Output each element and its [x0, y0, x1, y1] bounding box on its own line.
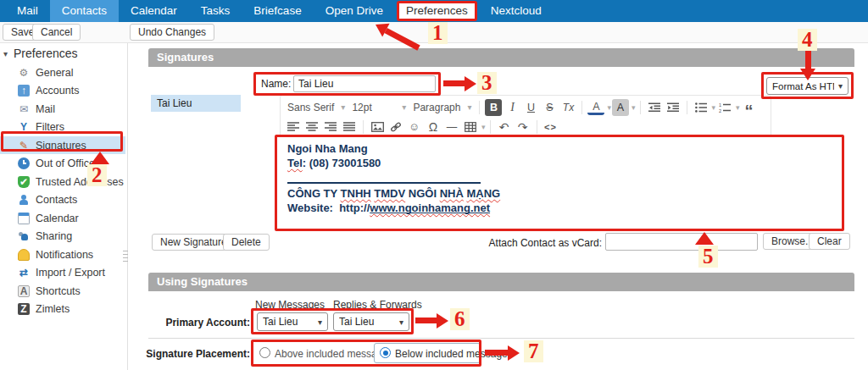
align-left-button[interactable] — [285, 119, 302, 135]
tab-open-drive[interactable]: Open Drive — [314, 0, 395, 22]
chevron-down-icon[interactable]: ▾ — [736, 103, 740, 112]
undo-changes-button[interactable]: Undo Changes — [130, 24, 214, 41]
outdent-button[interactable] — [646, 99, 663, 116]
bullet-list-button[interactable] — [693, 99, 709, 116]
sidebar-item-mail[interactable]: ✉Mail — [0, 100, 125, 118]
font-color-button[interactable]: A — [587, 102, 604, 115]
chevron-down-icon[interactable]: ▾ — [632, 103, 636, 112]
sidebar-resize-grip[interactable] — [123, 251, 128, 264]
sidebar-item-sharing[interactable]: Sharing — [0, 227, 125, 245]
delete-signature-button[interactable]: Delete — [223, 234, 270, 251]
accounts-icon: ↑ — [18, 85, 30, 97]
toolbar-separator — [581, 101, 582, 114]
editor-toolbar: Sans Serif▾ 12pt▾ Paragraph▾ B I U S Tx … — [280, 95, 771, 139]
annotation-number-4: 4 — [798, 29, 817, 51]
chevron-down-icon: ▾ — [399, 318, 403, 327]
annotation-number-2: 2 — [87, 164, 107, 186]
annotation-arrow-7-head — [508, 345, 520, 361]
source-code-button[interactable]: <> — [542, 119, 559, 135]
undo-button[interactable]: ↶ — [496, 119, 513, 135]
envelope-icon: ✉ — [18, 103, 30, 115]
sidebar-item-accounts[interactable]: ↑Accounts — [0, 81, 125, 99]
chevron-down-icon[interactable]: ▾ — [712, 103, 716, 112]
indent-icon — [667, 102, 679, 113]
sidebar-item-contacts[interactable]: Contacts — [0, 191, 125, 208]
annotation-number-7: 7 — [524, 340, 543, 362]
sidebar-item-zimlets[interactable]: ZZimlets — [0, 300, 125, 318]
people-icon — [18, 230, 30, 242]
cancel-button[interactable]: Cancel — [32, 24, 81, 41]
tree-collapse-icon[interactable]: ▾ — [3, 49, 8, 58]
signature-list-item[interactable]: Tai Lieu — [151, 95, 241, 112]
sidebar-item-general[interactable]: ⚙General — [0, 64, 125, 81]
sidebar-item-trusted-addresses[interactable]: ✔Trusted Addresses — [0, 173, 125, 191]
tab-contacts[interactable]: Contacts — [50, 0, 119, 22]
sidebar-item-filters[interactable]: YFilters — [0, 118, 125, 135]
highlight-color-button[interactable]: A — [612, 99, 629, 116]
misspelled-word: MẠNG — [466, 187, 500, 200]
redo-button[interactable]: ↷ — [515, 119, 531, 135]
tab-tasks[interactable]: Tasks — [189, 0, 242, 22]
sidebar-root-preferences[interactable]: ▾ Preferences — [3, 47, 78, 60]
clear-button[interactable]: Clear — [809, 233, 850, 250]
signature-line-1: Ngoi Nha Mang — [287, 141, 832, 156]
align-center-button[interactable] — [303, 119, 320, 135]
signature-name-input[interactable] — [293, 75, 436, 92]
chevron-down-icon[interactable]: ▾ — [607, 103, 611, 112]
clear-formatting-button[interactable]: Tx — [559, 99, 576, 116]
sidebar-item-shortcuts[interactable]: AShortcuts — [0, 282, 125, 300]
toolbar-row-2: ☺ Ω — ▾ ↶ ↷ <> — [284, 117, 767, 136]
italic-button[interactable]: I — [504, 99, 520, 116]
numbered-list-button[interactable]: 12 — [716, 99, 733, 116]
vcard-input[interactable] — [605, 233, 758, 251]
insert-table-button[interactable] — [462, 119, 479, 135]
align-right-button[interactable] — [322, 119, 339, 135]
sidebar-item-import-export[interactable]: ⇄Import / Export — [0, 263, 125, 281]
sidebar-root-label: Preferences — [14, 47, 77, 60]
align-justify-button[interactable] — [341, 119, 358, 135]
tab-nextcloud[interactable]: Nextcloud — [479, 0, 554, 22]
image-icon — [371, 122, 384, 132]
font-size-dropdown[interactable]: 12pt▾ — [348, 99, 409, 116]
insert-emoji-button[interactable]: ☺ — [406, 119, 423, 135]
table-icon — [465, 122, 476, 132]
replies-forwards-signature-dropdown[interactable]: Tai Lieu ▾ — [333, 312, 409, 331]
indent-button[interactable] — [665, 99, 682, 116]
strikethrough-button[interactable]: S — [541, 99, 558, 116]
toolbar-separator — [640, 101, 641, 114]
annotation-arrow-4-head — [800, 69, 815, 80]
annotation-arrow-3-head — [465, 76, 476, 91]
toolbar-separator — [479, 101, 480, 114]
new-messages-signature-dropdown[interactable]: Tai Lieu ▾ — [257, 312, 328, 331]
above-included-radio[interactable] — [259, 347, 270, 358]
font-family-dropdown[interactable]: Sans Serif▾ — [284, 99, 348, 116]
primary-account-label: Primary Account: — [131, 317, 250, 329]
preferences-sidebar: ▾ Preferences ⚙General ↑Accounts ✉Mail Y… — [0, 43, 127, 370]
insert-link-button[interactable] — [387, 119, 404, 135]
dropdown-value: Tai Lieu — [263, 316, 314, 328]
tab-mail[interactable]: Mail — [5, 0, 50, 22]
align-center-icon — [306, 122, 318, 132]
link-icon — [390, 122, 402, 132]
underline-button[interactable]: U — [522, 99, 539, 116]
sidebar-item-notifications[interactable]: Notifications — [0, 246, 125, 263]
paragraph-style-dropdown[interactable]: Paragraph▾ — [409, 99, 475, 116]
insert-image-button[interactable] — [369, 119, 386, 135]
horizontal-rule-button[interactable]: — — [443, 119, 460, 135]
signature-editor-body[interactable]: Ngoi Nha Mang Tel: (08) 73001580 CÔNG TY… — [277, 137, 842, 229]
name-label: Name: — [261, 78, 291, 90]
import-export-icon: ⇄ — [18, 267, 30, 279]
tab-calendar[interactable]: Calendar — [119, 0, 189, 22]
chevron-down-icon[interactable]: ▾ — [481, 123, 486, 131]
blockquote-button[interactable]: “ — [741, 99, 758, 116]
annotation-number-6: 6 — [450, 308, 470, 330]
bold-button[interactable]: B — [485, 99, 502, 116]
misspelled-word: TNHH — [341, 187, 371, 200]
signature-url: www.ngoinhamang.net — [370, 202, 490, 214]
clock-icon — [18, 157, 30, 169]
sidebar-item-calendar[interactable]: Calendar — [0, 209, 125, 227]
special-character-button[interactable]: Ω — [425, 119, 442, 135]
tab-preferences[interactable]: Preferences — [397, 1, 477, 21]
tab-briefcase[interactable]: Briefcase — [242, 0, 313, 22]
below-included-radio[interactable] — [380, 347, 391, 358]
